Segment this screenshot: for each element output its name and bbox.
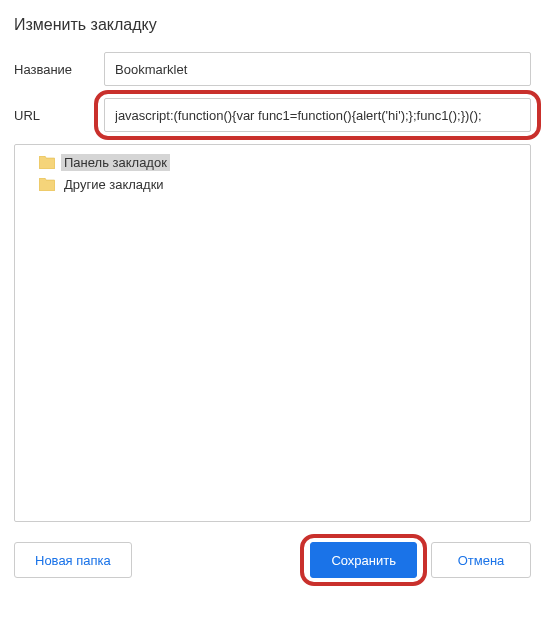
name-row: Название: [14, 52, 531, 86]
url-input[interactable]: [104, 98, 531, 132]
folder-tree[interactable]: Панель закладок Другие закладки: [14, 144, 531, 522]
new-folder-button[interactable]: Новая папка: [14, 542, 132, 578]
name-input[interactable]: [104, 52, 531, 86]
button-row: Новая папка Сохранить Отмена: [14, 542, 531, 578]
tree-item-label: Другие закладки: [61, 176, 167, 193]
tree-item-label: Панель закладок: [61, 154, 170, 171]
folder-icon: [39, 156, 55, 169]
tree-item-other-bookmarks[interactable]: Другие закладки: [15, 173, 530, 195]
dialog-title: Изменить закладку: [14, 16, 531, 34]
name-label: Название: [14, 62, 104, 77]
url-label: URL: [14, 108, 104, 123]
url-row: URL: [14, 98, 531, 132]
tree-item-bookmarks-bar[interactable]: Панель закладок: [15, 151, 530, 173]
save-button[interactable]: Сохранить: [310, 542, 417, 578]
folder-icon: [39, 178, 55, 191]
cancel-button[interactable]: Отмена: [431, 542, 531, 578]
